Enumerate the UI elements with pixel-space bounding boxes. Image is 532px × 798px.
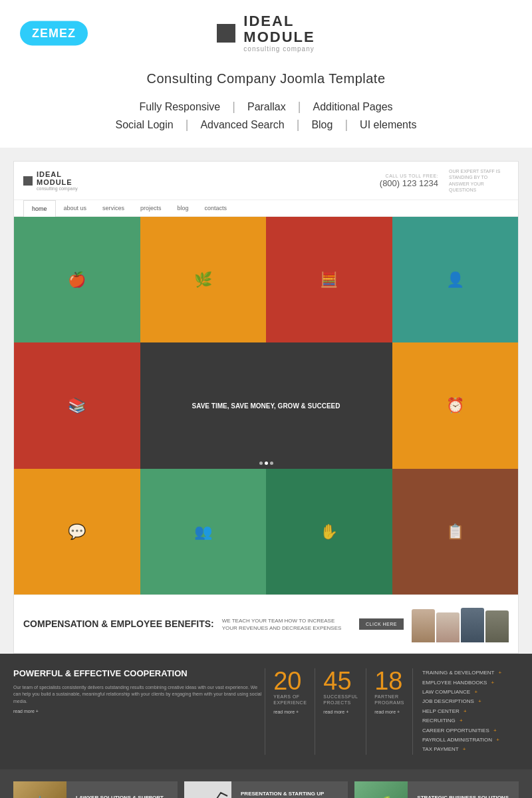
stat-projects-num: 45 [323, 668, 358, 694]
tile-11-icon: 📋 [446, 523, 464, 541]
tile-8[interactable]: 💬 [14, 469, 140, 595]
tile-5[interactable]: 📚 [14, 342, 140, 469]
feature-advanced-search: Advanced Search [188, 119, 296, 131]
dot-2 [265, 462, 268, 465]
nav-projects[interactable]: projects [132, 200, 170, 216]
tile-4[interactable]: 👤 [392, 217, 519, 343]
preview-brand-text: IDEALMODULE consulting company [37, 170, 78, 191]
tile-11[interactable]: 📋 [392, 469, 519, 595]
tile-2-icon: 🌿 [194, 271, 212, 289]
tile-4-icon: 👤 [446, 271, 464, 289]
tile-7[interactable]: ⏰ [392, 342, 519, 469]
stats-desc: Our team of specialists consistently del… [13, 684, 265, 706]
tile-10[interactable]: ✋ [266, 469, 392, 595]
tile-9[interactable]: 👥 [140, 469, 267, 595]
preview-box: IDEALMODULE consulting company CALL US T… [13, 161, 519, 654]
link-training[interactable]: TRAINING & DEVELOPMENT + [422, 668, 519, 678]
stat-years-read-more[interactable]: read more + [273, 710, 307, 714]
feature-fully-responsive: Fully Responsive [127, 101, 232, 113]
nav-home[interactable]: home [23, 200, 56, 217]
stat-projects: 45 SUCCESSFUL PROJECTS read more + [315, 668, 366, 755]
card-presentation-image [184, 781, 231, 798]
chart-svg [184, 786, 231, 798]
preview-header: IDEALMODULE consulting company CALL US T… [14, 162, 518, 200]
brand-text: IDEALMODULE consulting company [243, 13, 315, 53]
tile-3[interactable]: 🧮 [266, 217, 392, 343]
preview-logo: IDEALMODULE consulting company [23, 170, 78, 191]
card-lawyer-title: LAWYER SOLUTIONS & SUPPORT [76, 795, 164, 798]
cards-section: ⚖️ LAWYER SOLUTIONS & SUPPORT + PRESENTA… [0, 769, 532, 798]
feature-parallax: Parallax [235, 101, 298, 113]
card-lawyer-content: LAWYER SOLUTIONS & SUPPORT + [72, 789, 168, 798]
link-payroll[interactable]: PAYROLL ADMINISTRATION + [422, 735, 519, 745]
card-presentation[interactable]: PRESENTATION & STARTING UP SOLUTIONS + [184, 781, 348, 798]
tile-3-icon: 🧮 [320, 271, 338, 289]
people-images [412, 606, 509, 642]
subtitle-bar: Consulting Company Joomla Template [0, 66, 532, 93]
tile-2[interactable]: 🌿 [140, 217, 267, 343]
link-handbooks[interactable]: EMPLOYEE HANDBOOKS + [422, 678, 519, 688]
stat-partners-read-more[interactable]: read more + [374, 710, 404, 714]
link-help[interactable]: HELP CENTER + [422, 707, 519, 716]
preview-brand-name: IDEALMODULE [37, 170, 78, 186]
link-career[interactable]: CAREER OPPORTUNITIES + [422, 726, 519, 735]
stats-title: POWERFUL & EFFECTIVE COOPERATION [13, 668, 265, 679]
tile-1-icon: 🍎 [68, 271, 86, 289]
stats-read-more[interactable]: read more + [13, 709, 265, 714]
compensation-section: COMPENSATION & EMPLOYEE BENEFITS: WE TEA… [14, 595, 518, 653]
card-strategic[interactable]: 🌱 STRATEGIC BUSINESS SOLUTIONS + [354, 781, 519, 798]
stat-partners-num: 18 [374, 668, 404, 694]
link-job[interactable]: JOB DESCRIPTIONS + [422, 697, 519, 706]
stat-years-label: YEARS OF EXPERIENCE [273, 694, 307, 706]
link-tax[interactable]: TAX PAYMENT + [422, 745, 519, 754]
zemez-logo[interactable]: ZEMEZ [20, 21, 88, 45]
tile-8-icon: 💬 [68, 523, 86, 541]
comp-button[interactable]: CLICK HERE [359, 618, 404, 630]
link-recruiting[interactable]: RECRUITING + [422, 716, 519, 726]
tile-1[interactable]: 🍎 [14, 217, 140, 343]
stats-section: POWERFUL & EFFECTIVE COOPERATION Our tea… [0, 654, 532, 769]
nav-blog[interactable]: blog [170, 200, 197, 216]
tile-10-icon: ✋ [320, 523, 338, 541]
tile-7-icon: ⏰ [446, 397, 464, 414]
tile-center-text: SAVE TIME, SAVE MONEY, GROW & SUCCEED [187, 402, 346, 410]
card-strategic-content: STRATEGIC BUSINESS SOLUTIONS + [413, 789, 513, 798]
preview-phone-label: CALL US TOLL FREE: [380, 174, 438, 178]
feature-additional-pages: Additional Pages [301, 101, 404, 113]
stat-projects-label: SUCCESSFUL PROJECTS [323, 694, 358, 706]
nav-services[interactable]: services [94, 200, 132, 216]
preview-phone-area: CALL US TOLL FREE: (800) 123 1234 [380, 174, 438, 188]
link-law[interactable]: LAW COMPLIANCE + [422, 688, 519, 697]
preview-outer: IDEALMODULE consulting company CALL US T… [0, 148, 532, 654]
nav-about[interactable]: about us [56, 200, 95, 216]
comp-text: WE TEACH YOUR TEAM HOW TO INCREASE YOUR … [222, 617, 351, 632]
feature-social-login: Social Login [104, 119, 186, 131]
stat-partners-label: PARTNER PROGRAMS [374, 694, 404, 706]
preview-nav: home about us services projects blog con… [14, 200, 518, 217]
brand-name: IDEALMODULE [243, 13, 315, 45]
stat-years: 20 YEARS OF EXPERIENCE read more + [265, 668, 315, 755]
tile-9-icon: 👥 [194, 523, 212, 541]
card-lawyer-image: ⚖️ [13, 781, 66, 798]
page-title: Consulting Company Joomla Template [0, 71, 532, 86]
features-bar: Fully Responsive | Parallax | Additional… [0, 93, 532, 148]
stat-projects-read-more[interactable]: read more + [323, 710, 358, 714]
brand-square-icon [217, 24, 235, 43]
person-1 [412, 609, 435, 642]
tiles-grid: 🍎 🌿 🧮 👤 📚 SAVE TIME, SAVE MONEY, GROW & … [14, 217, 518, 595]
preview-square-icon [23, 176, 33, 186]
features-row-1: Fully Responsive | Parallax | Additional… [0, 100, 532, 114]
stats-numbers: 20 YEARS OF EXPERIENCE read more + 45 SU… [265, 668, 412, 755]
feature-blog: Blog [299, 119, 344, 131]
tile-center[interactable]: SAVE TIME, SAVE MONEY, GROW & SUCCEED [140, 342, 392, 469]
card-presentation-content: PRESENTATION & STARTING UP SOLUTIONS + [237, 785, 348, 798]
dot-3 [270, 462, 273, 465]
tile-dots [259, 462, 273, 465]
stats-links: TRAINING & DEVELOPMENT + EMPLOYEE HANDBO… [412, 668, 519, 755]
brand-logo: IDEALMODULE consulting company [217, 13, 315, 53]
comp-title: COMPENSATION & EMPLOYEE BENEFITS: [23, 618, 214, 630]
card-lawyer[interactable]: ⚖️ LAWYER SOLUTIONS & SUPPORT + [13, 781, 178, 798]
nav-contacts[interactable]: contacts [197, 200, 235, 216]
features-row-2: Social Login | Advanced Search | Blog | … [0, 118, 532, 132]
card-presentation-title: PRESENTATION & STARTING UP SOLUTIONS [241, 791, 344, 798]
